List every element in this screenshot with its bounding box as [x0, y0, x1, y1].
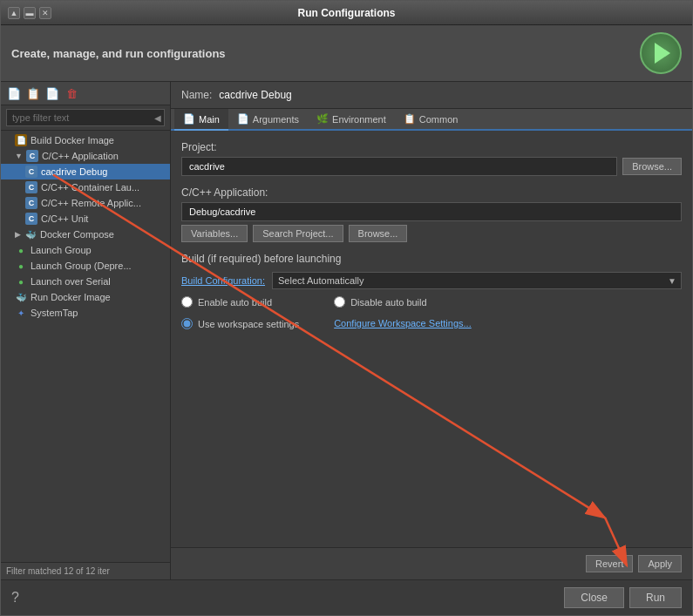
tree-item-label: Launch over Serial	[31, 276, 111, 287]
tab-common-label: Common	[419, 114, 459, 125]
tree-item-label: C/C++ Container Lau...	[41, 182, 139, 193]
form-area: Project: Browse... C/C++ Application: Va…	[171, 131, 692, 547]
apply-btn[interactable]: Apply	[638, 555, 682, 572]
tab-arguments[interactable]: 📄 Arguments	[228, 109, 308, 131]
tree-item-label: C/C++ Unit	[41, 213, 88, 224]
project-browse-btn[interactable]: Browse...	[622, 158, 682, 175]
new-config2-icon[interactable]: 📋	[25, 85, 41, 101]
use-workspace-label: Use workspace settings	[198, 319, 299, 329]
tree-item-label: Launch Group	[31, 245, 92, 255]
tree-item-label: Build Docker Image	[31, 135, 114, 146]
disable-auto-radio[interactable]	[334, 296, 345, 308]
tab-args-label: Arguments	[253, 114, 299, 125]
revert-btn[interactable]: Revert	[586, 555, 633, 572]
configure-workspace-row: Configure Workspace Settings...	[334, 318, 472, 328]
run-button[interactable]: Run	[629, 587, 682, 608]
tree-item-docker-compose[interactable]: ▶ 🐳 Docker Compose	[1, 227, 170, 242]
tab-environment[interactable]: 🌿 Environment	[308, 109, 395, 131]
tab-args-icon: 📄	[237, 113, 249, 125]
tree-item-launch-group-depre[interactable]: ● Launch Group (Depre...	[1, 258, 170, 274]
app-browse-btn[interactable]: Browse...	[349, 225, 408, 242]
project-row: Browse...	[181, 157, 682, 176]
cpp-container-icon: C	[25, 181, 37, 193]
project-input[interactable]	[181, 157, 617, 176]
cpp-app-icon: C	[26, 150, 38, 162]
run-docker-icon: 🐳	[15, 291, 27, 303]
build-config-select-wrapper: Select Automatically ▼	[272, 272, 682, 289]
minimize-btn[interactable]: ▲	[8, 7, 20, 19]
launch-group-icon: ●	[15, 244, 27, 256]
name-value: cacdrive Debug	[219, 89, 291, 101]
tree-item-cacdrive[interactable]: C cacdrive Debug	[1, 164, 170, 179]
tab-main[interactable]: 📄 Main	[174, 109, 228, 131]
tree-item-launch-serial[interactable]: ● Launch over Serial	[1, 274, 170, 289]
tree-item-cpp-remote[interactable]: C C/C++ Remote Applic...	[1, 195, 170, 211]
left-toolbar: 📄 📋 📄 🗑	[1, 82, 170, 105]
tree-item-cpp-container[interactable]: C C/C++ Container Lau...	[1, 179, 170, 195]
delete-icon[interactable]: 🗑	[64, 85, 79, 101]
expand-arrow-icon: ▼	[15, 152, 23, 160]
tree-item-build-docker[interactable]: 📄 Build Docker Image	[1, 132, 170, 148]
name-row: Name: cacdrive Debug	[171, 82, 692, 109]
header-bar: Create, manage, and run configurations	[1, 25, 692, 82]
cacdrive-icon: C	[25, 166, 37, 178]
close-btn[interactable]: ✕	[39, 7, 51, 19]
footer-bar: ? Close Run	[1, 579, 692, 615]
tab-common-icon: 📋	[404, 113, 416, 125]
enable-auto-radio[interactable]	[181, 296, 193, 308]
use-workspace-row: Use workspace settings	[181, 318, 299, 329]
help-icon[interactable]: ?	[11, 590, 19, 606]
tab-main-icon: 📄	[183, 113, 195, 125]
app-section: C/C++ Application: Variables... Search P…	[181, 186, 682, 242]
tree-item-cpp-app[interactable]: ▼ C C/C++ Application	[1, 148, 170, 164]
docker-expand-icon: ▶	[15, 230, 21, 239]
maximize-btn[interactable]: ▬	[24, 7, 36, 19]
filter-input[interactable]	[6, 109, 165, 126]
use-workspace-radio[interactable]	[181, 318, 193, 329]
build-config-select[interactable]: Select Automatically	[272, 272, 682, 289]
radio-group: Enable auto build Use workspace settings…	[181, 296, 682, 335]
build-section-title: Build (if required) before launching	[181, 253, 682, 265]
radio-col-left: Enable auto build Use workspace settings	[181, 296, 299, 335]
search-project-btn[interactable]: Search Project...	[253, 225, 343, 242]
tree-item-label: Docker Compose	[40, 229, 114, 240]
right-panel: Name: cacdrive Debug 📄 Main 📄 Arguments …	[171, 82, 692, 579]
right-panel-buttons: Revert Apply	[171, 547, 692, 579]
tab-common[interactable]: 📋 Common	[395, 109, 467, 131]
tab-main-label: Main	[199, 114, 220, 125]
copy-icon[interactable]: 📄	[44, 85, 60, 101]
name-label: Name:	[181, 89, 212, 101]
tree-item-systemtap[interactable]: ✦ SystemTap	[1, 305, 170, 321]
build-docker-icon: 📄	[15, 134, 27, 146]
disable-auto-row: Disable auto build	[334, 296, 472, 308]
launch-serial-icon: ●	[15, 275, 27, 288]
cpp-remote-icon: C	[25, 197, 37, 209]
enable-auto-label: Enable auto build	[198, 297, 272, 308]
radio-col-right: Disable auto build Configure Workspace S…	[334, 296, 472, 335]
tab-env-label: Environment	[332, 114, 386, 125]
title-bar: ▲ ▬ ✕ Run Configurations	[1, 1, 692, 25]
tree-item-label: C/C++ Application	[42, 151, 119, 161]
run-icon[interactable]	[640, 32, 682, 74]
new-config-icon[interactable]: 📄	[6, 85, 22, 101]
tree-item-launch-group[interactable]: ● Launch Group	[1, 242, 170, 258]
variables-btn[interactable]: Variables...	[181, 225, 248, 242]
tree-item-run-docker[interactable]: 🐳 Run Docker Image	[1, 289, 170, 305]
launch-group2-icon: ●	[15, 260, 27, 272]
tree-item-label: cacdrive Debug	[41, 166, 107, 177]
filter-arrow-icon: ◀	[154, 113, 161, 123]
disable-auto-label: Disable auto build	[350, 297, 426, 308]
cpp-unit-icon: C	[25, 213, 37, 225]
systemtap-icon: ✦	[15, 307, 27, 319]
main-content: 📄 📋 📄 🗑 ◀ 📄 Build Docker Image ▼ C	[1, 82, 692, 579]
app-input[interactable]	[181, 202, 682, 221]
docker-icon: 🐳	[24, 228, 37, 240]
tree-item-cpp-unit[interactable]: C C/C++ Unit	[1, 211, 170, 227]
configure-workspace-link[interactable]: Configure Workspace Settings...	[334, 318, 472, 328]
tabs-bar: 📄 Main 📄 Arguments 🌿 Environment 📋 Commo…	[171, 109, 692, 131]
left-panel: 📄 📋 📄 🗑 ◀ 📄 Build Docker Image ▼ C	[1, 82, 171, 579]
app-label: C/C++ Application:	[181, 186, 682, 199]
window-title: Run Configurations	[60, 7, 633, 19]
build-config-link[interactable]: Build Configuration:	[181, 275, 265, 286]
close-button[interactable]: Close	[564, 587, 624, 608]
